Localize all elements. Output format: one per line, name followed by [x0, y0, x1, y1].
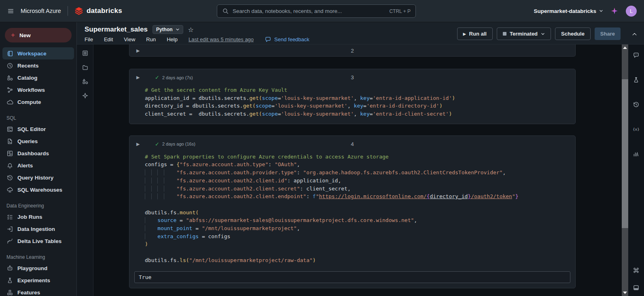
schedule-button[interactable]: Schedule	[555, 27, 591, 40]
caret-down-icon	[176, 27, 180, 32]
language-selector[interactable]: Python	[153, 25, 183, 34]
charts-icon[interactable]	[633, 150, 640, 157]
plus-icon: +	[11, 31, 15, 39]
cell-number: 4	[351, 141, 354, 147]
menu-help[interactable]: Help	[167, 36, 178, 42]
databricks-logo[interactable]: databricks	[74, 6, 122, 15]
search-placeholder: Search data, notebooks, recents, and mor…	[233, 8, 386, 14]
notebook-title[interactable]: Supermarket_sales	[85, 25, 148, 34]
sidebar-item-workflows[interactable]: Workflows	[2, 84, 74, 96]
run-cell-button[interactable]: ▶	[136, 141, 140, 146]
sidebar-item-playground[interactable]: Playground	[2, 262, 74, 274]
sidebar-item-data-ingestion[interactable]: Data Ingestion	[2, 223, 74, 235]
new-button[interactable]: + New	[5, 28, 72, 42]
sidebar-item-delta-live-tables[interactable]: Delta Live Tables	[2, 235, 74, 247]
menu-file[interactable]: File	[85, 36, 93, 42]
sql-editor-icon	[6, 126, 13, 133]
databricks-mark-icon	[74, 6, 83, 15]
sidebar-item-workspace[interactable]: Workspace	[2, 47, 74, 59]
scrollbar-thumb[interactable]	[622, 79, 628, 228]
assistant-icon[interactable]	[82, 92, 89, 99]
menu-view[interactable]: View	[124, 36, 135, 42]
cell-number: 3	[351, 74, 354, 80]
favorite-star-icon[interactable]: ☆	[188, 26, 194, 34]
brand-name: databricks	[87, 7, 122, 15]
version-history-icon[interactable]	[633, 101, 640, 108]
dashboards-icon	[6, 150, 13, 157]
last-edit-link[interactable]: Last edit was 5 minutes ago	[189, 36, 254, 42]
caret-down-icon	[541, 32, 545, 36]
variables-icon[interactable]: {x}	[633, 126, 640, 133]
sidebar-section-title: Data Engineering	[6, 203, 70, 209]
sidebar-item-sql-warehouses[interactable]: SQL Warehouses	[2, 184, 74, 196]
notebook-left-gutter	[77, 44, 93, 296]
cell-code-editor[interactable]: # Get the secret content from Azure Key …	[129, 85, 575, 124]
sql-warehouses-icon	[6, 186, 13, 193]
scroll-down-arrow-icon[interactable]	[623, 292, 627, 294]
catalog-icon	[6, 74, 13, 81]
sidebar-item-compute[interactable]: Compute	[2, 96, 74, 108]
run-cell-button[interactable]: ▶	[136, 48, 140, 53]
sidebar-item-label: Workspace	[17, 51, 47, 57]
sidebar-item-features[interactable]: Features	[2, 286, 74, 296]
workflows-icon	[6, 87, 13, 93]
sidebar-item-label: Experiments	[17, 277, 50, 283]
chevron-up-icon	[631, 31, 638, 38]
cell-run-status: ✓2 days ago (7s)	[155, 74, 193, 80]
caret-down-icon	[599, 9, 603, 13]
query-history-icon	[6, 174, 13, 181]
workspace-icon	[6, 50, 13, 57]
collapse-header-button[interactable]	[631, 31, 638, 39]
experiments-icon	[6, 277, 13, 284]
cluster-status-button[interactable]: Terminated	[497, 27, 551, 40]
sidebar-item-alerts[interactable]: Alerts	[2, 159, 74, 171]
global-search-input[interactable]: Search data, notebooks, recents, and mor…	[217, 4, 416, 18]
sidebar-section-title: Machine Learning	[6, 254, 70, 260]
sidebar-item-label: SQL Editor	[17, 126, 46, 132]
user-avatar[interactable]: L	[626, 6, 637, 17]
run-all-button[interactable]: ▶ Run all	[457, 27, 493, 40]
menu-run[interactable]: Run	[146, 36, 156, 42]
shortcuts-icon[interactable]	[633, 267, 640, 274]
notebook-cell-3: ▶✓2 days ago (7s)3# Get the secret conte…	[129, 69, 576, 124]
comments-icon[interactable]	[633, 52, 640, 59]
sidebar-item-queries[interactable]: Queries	[2, 135, 74, 147]
cell-number: 2	[351, 48, 354, 54]
sidebar-item-query-history[interactable]: Query History	[2, 171, 74, 184]
sidebar-item-label: Workflows	[17, 87, 45, 93]
folder-icon[interactable]	[82, 64, 89, 71]
hamburger-icon[interactable]	[7, 8, 14, 15]
cell-code-editor[interactable]: # Set Spark properties to configure Azur…	[129, 152, 575, 270]
features-icon	[6, 289, 13, 296]
bottom-panel-icon[interactable]	[633, 284, 640, 291]
scroll-up-arrow-icon[interactable]	[623, 47, 627, 49]
share-button[interactable]: Share	[595, 27, 621, 40]
toc-icon[interactable]	[82, 50, 89, 57]
sidebar-item-label: Alerts	[17, 163, 33, 169]
sidebar-item-label: Recents	[17, 63, 39, 69]
catalog-icon[interactable]	[82, 78, 89, 85]
run-cell-button[interactable]: ▶	[136, 75, 140, 80]
azure-label: Microsoft Azure	[21, 8, 61, 14]
send-feedback-link[interactable]: Send feedback	[265, 36, 309, 43]
sidebar-item-dashboards[interactable]: Dashboards	[2, 147, 74, 159]
sidebar-item-sql-editor[interactable]: SQL Editor	[2, 123, 74, 135]
sidebar-item-label: Job Runs	[17, 214, 42, 220]
vertical-scrollbar[interactable]	[622, 44, 628, 296]
sidebar-item-catalog[interactable]: Catalog	[2, 72, 74, 84]
sidebar-item-label: Catalog	[17, 75, 38, 81]
workspace-selector[interactable]: Supermarket-databricks	[534, 8, 603, 14]
svg-text:{x}: {x}	[633, 127, 640, 131]
notebook-header: Supermarket_sales Python ☆ FileEditViewR…	[77, 22, 644, 44]
top-bar: Microsoft Azure databricks Search data, …	[0, 0, 644, 22]
menu-edit[interactable]: Edit	[104, 36, 113, 42]
experiments-icon[interactable]	[633, 76, 640, 83]
cell-output: True	[134, 271, 570, 283]
sidebar-section-title: SQL	[6, 115, 70, 121]
sidebar-item-recents[interactable]: Recents	[2, 59, 74, 72]
feedback-bubble-icon	[265, 36, 271, 43]
sidebar-item-experiments[interactable]: Experiments	[2, 274, 74, 286]
sidebar-item-job-runs[interactable]: Job Runs	[2, 211, 74, 223]
sidebar-item-label: Delta Live Tables	[17, 238, 61, 244]
assistant-sparkle-icon[interactable]	[610, 7, 619, 15]
